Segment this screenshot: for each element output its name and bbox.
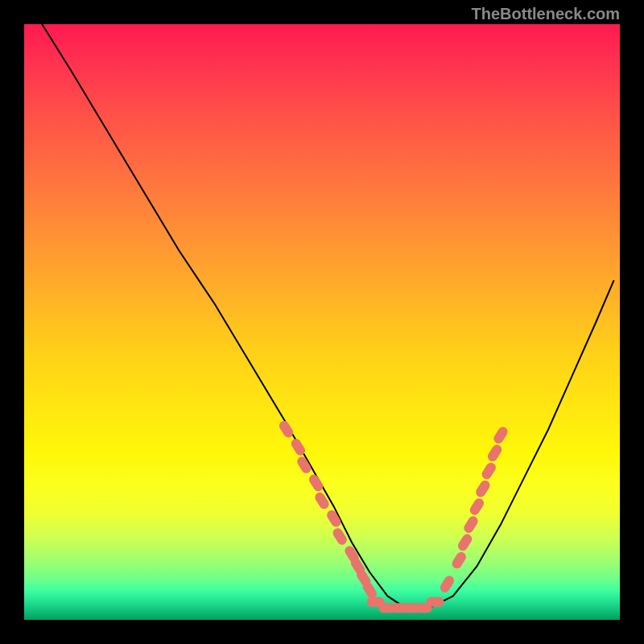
svg-rect-20 [462, 514, 480, 535]
svg-rect-18 [450, 550, 468, 570]
svg-rect-17 [438, 574, 456, 594]
curve-line [42, 24, 613, 608]
watermark-text: TheBottleneck.com [472, 5, 620, 23]
svg-rect-19 [456, 532, 474, 552]
svg-rect-23 [480, 460, 497, 481]
svg-rect-22 [474, 479, 492, 499]
svg-rect-16 [427, 597, 444, 607]
chart-container: TheBottleneck.com [0, 0, 644, 644]
chart-svg [24, 24, 620, 620]
plot-area [24, 24, 620, 620]
svg-rect-25 [492, 425, 510, 445]
svg-rect-3 [308, 473, 325, 493]
data-markers [278, 419, 510, 613]
svg-rect-24 [486, 443, 504, 463]
svg-rect-21 [468, 497, 485, 517]
svg-rect-0 [278, 419, 295, 440]
svg-rect-4 [313, 490, 331, 510]
